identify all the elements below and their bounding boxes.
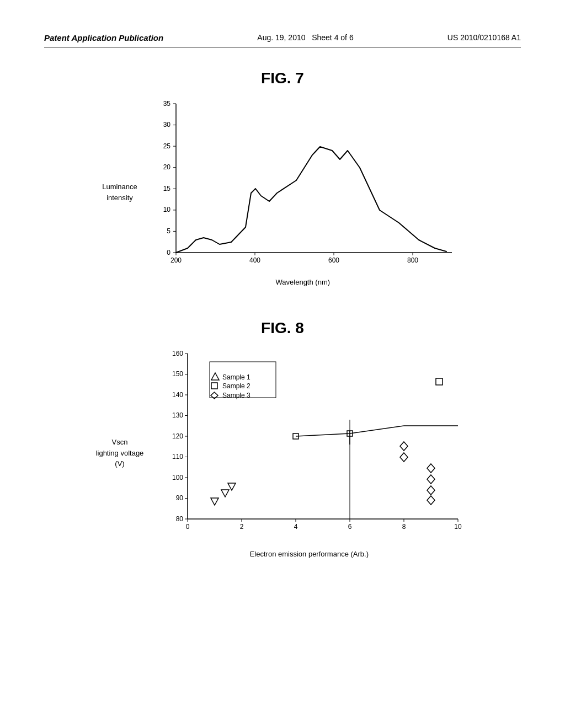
svg-text:15: 15 — [163, 185, 170, 192]
svg-text:160: 160 — [172, 350, 183, 357]
figure-8-section: FIG. 8 Vscnlighting voltage(V) 80 — [44, 319, 521, 558]
svg-marker-73 — [400, 442, 408, 451]
svg-text:800: 800 — [407, 256, 418, 264]
svg-text:150: 150 — [172, 370, 183, 378]
svg-marker-67 — [228, 483, 236, 490]
page-header: Patent Application Publication Aug. 19, … — [44, 33, 521, 47]
svg-text:4: 4 — [294, 523, 298, 531]
svg-marker-75 — [427, 464, 435, 473]
svg-text:130: 130 — [172, 411, 183, 419]
svg-text:6: 6 — [348, 523, 352, 531]
svg-text:600: 600 — [328, 256, 339, 264]
svg-text:10: 10 — [455, 523, 462, 531]
fig8-x-axis-label: Electron emission performance (Arb.) — [149, 550, 469, 558]
svg-text:140: 140 — [172, 391, 183, 399]
svg-text:0: 0 — [167, 249, 170, 256]
fig8-y-axis-label: Vscnlighting voltage(V) — [96, 437, 144, 469]
figure-7-section: FIG. 7 Luminanceintensity 0 — [44, 69, 521, 286]
fig8-chart: 80 90 100 110 120 130 140 150 160 0 2 4 … — [149, 348, 469, 558]
svg-marker-77 — [427, 486, 435, 495]
header-right: US 2010/0210168 A1 — [447, 33, 521, 42]
svg-text:Sample 2: Sample 2 — [222, 382, 250, 390]
svg-text:80: 80 — [176, 515, 184, 523]
svg-text:120: 120 — [172, 432, 183, 440]
svg-marker-66 — [221, 490, 229, 497]
fig7-svg: 0 5 10 15 20 25 — [143, 98, 463, 275]
svg-text:110: 110 — [172, 453, 183, 461]
svg-text:10: 10 — [163, 206, 170, 213]
svg-text:400: 400 — [249, 256, 260, 264]
svg-marker-74 — [400, 453, 408, 462]
fig7-x-axis-label: Wavelength (nm) — [143, 278, 463, 286]
header-center: Aug. 19, 2010 Sheet 4 of 6 — [257, 33, 353, 42]
svg-marker-76 — [427, 475, 435, 484]
fig7-title: FIG. 7 — [44, 69, 521, 87]
svg-text:8: 8 — [402, 523, 406, 531]
svg-text:2: 2 — [240, 523, 244, 531]
fig7-chart: 0 5 10 15 20 25 — [143, 98, 463, 286]
fig8-svg: 80 90 100 110 120 130 140 150 160 0 2 4 … — [149, 348, 469, 547]
svg-rect-71 — [436, 378, 443, 385]
svg-text:35: 35 — [163, 100, 170, 108]
fig8-title: FIG. 8 — [44, 319, 521, 337]
header-left: Patent Application Publication — [44, 33, 163, 42]
svg-text:90: 90 — [176, 494, 184, 502]
fig7-y-axis-label: Luminanceintensity — [102, 181, 137, 203]
svg-text:5: 5 — [167, 227, 170, 235]
page: Patent Application Publication Aug. 19, … — [0, 0, 565, 728]
svg-text:Sample 1: Sample 1 — [222, 373, 250, 381]
svg-text:100: 100 — [172, 474, 183, 481]
svg-text:200: 200 — [170, 256, 182, 264]
svg-text:20: 20 — [163, 163, 170, 171]
svg-text:0: 0 — [186, 523, 190, 531]
header-date: Aug. 19, 2010 Sheet 4 of 6 — [257, 33, 353, 42]
svg-text:25: 25 — [163, 142, 170, 150]
svg-text:30: 30 — [163, 121, 170, 129]
svg-marker-65 — [211, 498, 218, 505]
svg-text:Sample 3: Sample 3 — [222, 392, 250, 399]
svg-marker-78 — [427, 496, 435, 505]
